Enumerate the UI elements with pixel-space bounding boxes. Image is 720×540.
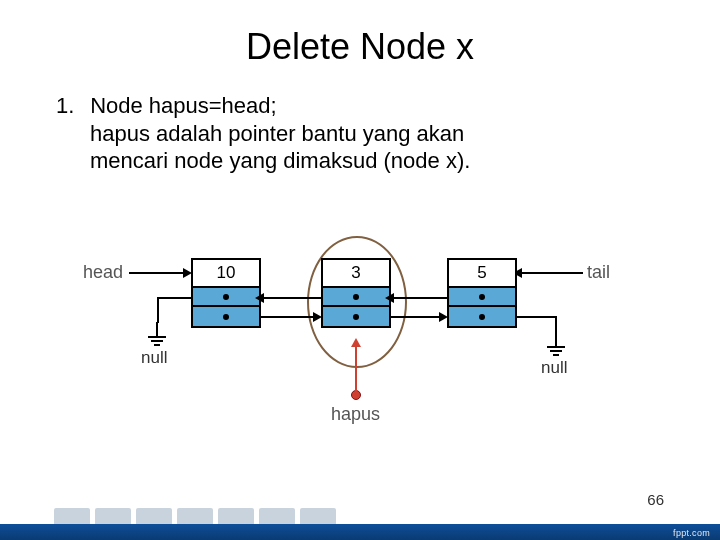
- arrow-line: [263, 297, 321, 299]
- text-line: mencari node yang dimaksud (node x).: [90, 148, 470, 173]
- arrow-line: [261, 316, 315, 318]
- node-value: 10: [193, 260, 259, 288]
- text-line: hapus adalah pointer bantu yang akan: [90, 121, 464, 146]
- node-value: 3: [323, 260, 389, 288]
- node-prev-ptr: [193, 288, 259, 307]
- list-item: 1. Node hapus=head; hapus adalah pointer…: [90, 92, 680, 175]
- dot-icon: [353, 314, 359, 320]
- arrow-line: [521, 272, 583, 274]
- watermark: fppt.com: [673, 528, 710, 538]
- node-value: 5: [449, 260, 515, 288]
- code-line: Node hapus=head;: [90, 93, 277, 118]
- dot-icon: [479, 314, 485, 320]
- arrow-line: [157, 297, 159, 323]
- tail-label: tail: [587, 262, 610, 283]
- list-number: 1.: [56, 92, 84, 120]
- node-box: 3: [321, 258, 391, 328]
- slide-title: Delete Node x: [40, 26, 680, 68]
- footer-bar: [0, 524, 720, 540]
- node-next-ptr: [323, 307, 389, 326]
- arrow-line: [157, 297, 191, 299]
- dot-icon: [223, 294, 229, 300]
- slide: Delete Node x 1. Node hapus=head; hapus …: [0, 0, 720, 540]
- node-next-ptr: [193, 307, 259, 326]
- node-box: 5: [447, 258, 517, 328]
- arrow-head-icon: [313, 312, 322, 322]
- hapus-arrow-line: [355, 346, 357, 392]
- hapus-arrow-head-icon: [351, 338, 361, 347]
- arrow-head-icon: [385, 293, 394, 303]
- null-label: null: [141, 348, 167, 368]
- arrow-line: [393, 297, 447, 299]
- arrow-line: [129, 272, 185, 274]
- dot-icon: [223, 314, 229, 320]
- null-label: null: [541, 358, 567, 378]
- dot-icon: [353, 294, 359, 300]
- node-prev-ptr: [449, 288, 515, 307]
- arrow-head-icon: [439, 312, 448, 322]
- head-label: head: [83, 262, 123, 283]
- node-prev-ptr: [323, 288, 389, 307]
- node-next-ptr: [449, 307, 515, 326]
- hapus-label: hapus: [331, 404, 380, 425]
- dot-icon: [479, 294, 485, 300]
- linked-list-diagram: head tail 10 3 5: [85, 248, 625, 448]
- body-text: 1. Node hapus=head; hapus adalah pointer…: [40, 92, 680, 175]
- node-box: 10: [191, 258, 261, 328]
- arrow-head-icon: [255, 293, 264, 303]
- arrow-line: [391, 316, 441, 318]
- arrow-line: [517, 316, 557, 318]
- slide-footer: fppt.com: [0, 494, 720, 540]
